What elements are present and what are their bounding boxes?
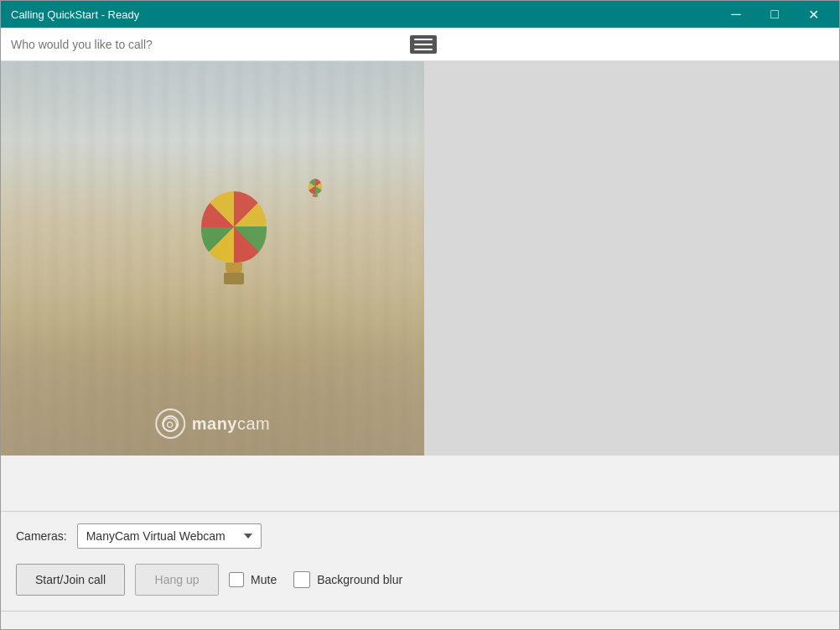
hamburger-line-3 (414, 49, 433, 50)
video-fog-overlay (1, 61, 424, 456)
maximize-button[interactable]: □ (755, 1, 794, 28)
minimize-button[interactable]: ─ (717, 1, 755, 28)
hamburger-line-1 (414, 39, 433, 40)
search-bar (1, 28, 839, 61)
status-bar (1, 611, 839, 629)
hamburger-icon[interactable] (410, 35, 437, 54)
mute-group: Mute (229, 572, 277, 587)
right-panel (424, 61, 839, 456)
close-button[interactable]: ✕ (794, 1, 832, 28)
start-join-button[interactable]: Start/Join call (16, 564, 125, 596)
background-blur-checkbox[interactable] (293, 571, 310, 588)
camera-select-value: ManyCam Virtual Webcam (86, 529, 226, 543)
window-controls: ─ □ ✕ (717, 1, 832, 28)
chevron-down-icon (244, 534, 252, 539)
background-blur-label: Background blur (317, 573, 402, 586)
search-icon-area (410, 35, 437, 54)
bottom-bar: Cameras: ManyCam Virtual Webcam Start/Jo… (1, 511, 839, 611)
cameras-label: Cameras: (16, 529, 67, 543)
buttons-row: Start/Join call Hang up Mute Background … (1, 557, 839, 611)
hamburger-line-2 (414, 44, 433, 45)
app-window: Calling QuickStart - Ready ─ □ ✕ (0, 0, 840, 630)
manycam-icon (155, 409, 185, 439)
camera-select-dropdown[interactable]: ManyCam Virtual Webcam (77, 523, 262, 549)
hang-up-button[interactable]: Hang up (135, 564, 219, 596)
mute-label: Mute (251, 573, 277, 586)
manycam-bold: many (192, 414, 237, 433)
manycam-text: manycam (192, 414, 271, 434)
content-area: manycam (1, 61, 839, 511)
video-background (1, 61, 424, 456)
manycam-logo: manycam (155, 409, 271, 439)
mute-checkbox[interactable] (229, 572, 244, 587)
cameras-row: Cameras: ManyCam Virtual Webcam (1, 512, 839, 557)
title-bar: Calling QuickStart - Ready ─ □ ✕ (1, 1, 839, 28)
app-title: Calling QuickStart - Ready (11, 8, 139, 21)
video-panel: manycam (1, 61, 424, 456)
background-blur-group: Background blur (293, 571, 402, 588)
